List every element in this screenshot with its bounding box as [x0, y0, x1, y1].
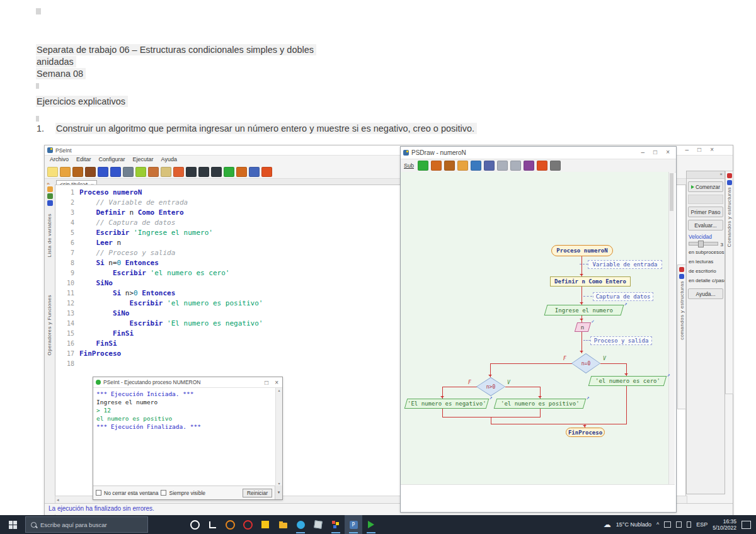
- flow-node-write-positivo[interactable]: 'el numero es positivo'↗: [494, 399, 587, 409]
- taskbar-icon-pseint[interactable]: P: [345, 515, 362, 534]
- taskbar-icon-edge[interactable]: [292, 515, 309, 534]
- exec-panel-close-icon[interactable]: ×: [719, 171, 723, 177]
- flow-node-comment-variable[interactable]: Variable de entrada: [588, 260, 662, 269]
- fit-view-icon[interactable]: [471, 161, 481, 171]
- redo-icon[interactable]: [110, 167, 121, 177]
- scroll-down-icon[interactable]: ▾: [278, 481, 280, 486]
- exec-option[interactable]: de escritorio: [689, 268, 724, 274]
- run-icon[interactable]: [418, 161, 428, 171]
- menu-item-ejecutar[interactable]: Ejecutar: [133, 156, 154, 164]
- taskbar-icon-pseint-console[interactable]: [362, 515, 380, 534]
- left-tab-operadores[interactable]: Operadores y Funciones: [47, 295, 52, 355]
- flow-node-if-positivo[interactable]: n>0: [476, 377, 505, 396]
- speed-slider[interactable]: [689, 242, 718, 246]
- exec-option[interactable]: en lecturas: [689, 259, 724, 264]
- keep-open-checkbox[interactable]: [96, 490, 101, 496]
- flow-titlebar[interactable]: PSDraw - numeroN – □ ×: [401, 147, 676, 159]
- slider-thumb[interactable]: [698, 241, 704, 247]
- action-center-icon[interactable]: [742, 521, 751, 529]
- taskbar-icon-task-view[interactable]: [203, 515, 221, 534]
- console-resize-corner[interactable]: ▾: [275, 486, 282, 499]
- draw-flowchart-icon[interactable]: [249, 167, 260, 177]
- undo-icon[interactable]: [98, 167, 108, 177]
- edit-cursor-icon[interactable]: [484, 161, 495, 171]
- save-file-icon[interactable]: [72, 167, 83, 177]
- taskbar-icon-3d-viewer[interactable]: [309, 515, 327, 534]
- dock-tab-comandos-estructuras[interactable]: comandos y estructuras: [677, 264, 686, 409]
- scroll-up-icon[interactable]: ▴: [278, 388, 280, 392]
- restart-button[interactable]: Reiniciar: [243, 489, 272, 497]
- cut-icon[interactable]: [123, 167, 134, 177]
- start-button[interactable]: [0, 515, 25, 534]
- language-indicator[interactable]: ESP: [696, 521, 707, 528]
- flow-node-comment-proceso[interactable]: Proceso y salida: [590, 336, 652, 345]
- tray-device-icon[interactable]: [664, 521, 671, 528]
- menu-item-archivo[interactable]: Archivo: [50, 156, 69, 164]
- flow-node-start[interactable]: Proceso numeroN: [551, 245, 613, 256]
- flow-node-read-n[interactable]: n✓: [575, 322, 591, 332]
- console-scrollbar[interactable]: ▴▾: [275, 388, 282, 486]
- left-tab-variables[interactable]: Lista de variables: [47, 213, 52, 257]
- console-close-button[interactable]: ×: [275, 379, 278, 386]
- save-as-icon[interactable]: [85, 167, 96, 177]
- always-visible-checkbox[interactable]: [161, 490, 166, 496]
- paste-icon[interactable]: [148, 167, 159, 177]
- menu-item-configurar[interactable]: Configurar: [99, 156, 125, 164]
- step-icon[interactable]: [431, 161, 442, 171]
- console-maximize-button[interactable]: □: [265, 379, 268, 386]
- flowchart-canvas[interactable]: Proceso numeroNVariable de entradaDefini…: [401, 172, 675, 484]
- close-tool-icon[interactable]: [550, 161, 561, 171]
- menu-item-editar[interactable]: Editar: [76, 156, 91, 164]
- new-file-icon[interactable]: [47, 167, 58, 177]
- sub-label[interactable]: Sub: [404, 162, 414, 169]
- first-step-button[interactable]: Primer Paso: [688, 207, 723, 217]
- paste-special-icon[interactable]: [161, 167, 171, 177]
- flow-node-if-zero[interactable]: n=0: [571, 353, 600, 373]
- stop-execution-button[interactable]: [688, 195, 723, 204]
- save-icon[interactable]: [444, 161, 455, 171]
- weather-text[interactable]: 15°C Nublado: [616, 521, 651, 528]
- flow-maximize-button[interactable]: □: [653, 149, 657, 156]
- tray-network-icon[interactable]: [676, 521, 682, 528]
- canvas-vertical-scrollbar[interactable]: [668, 172, 675, 484]
- edit-pencil-icon[interactable]: [524, 161, 534, 171]
- flow-node-write-cero[interactable]: 'el numero es cero'↗: [588, 376, 667, 386]
- flow-node-define[interactable]: Definir n Como Entero: [550, 276, 631, 287]
- flow-close-button[interactable]: ×: [666, 149, 670, 156]
- taskbar-icon-cortana[interactable]: [186, 515, 203, 534]
- flow-node-end[interactable]: FinProceso: [566, 428, 605, 437]
- flow-node-comment-captura[interactable]: Captura de datos: [593, 292, 653, 301]
- open-file-icon[interactable]: [60, 167, 71, 177]
- flow-node-write-prompt[interactable]: Ingrese el numero↗: [544, 305, 624, 315]
- edit-n-icon[interactable]: [497, 161, 508, 171]
- tray-pen-icon[interactable]: [687, 521, 691, 528]
- find-icon[interactable]: [186, 167, 197, 177]
- start-execution-button[interactable]: Comenzar: [688, 181, 723, 192]
- comment-icon[interactable]: [173, 167, 184, 177]
- console-titlebar[interactable]: PSeInt - Ejecutando proceso NUMERON □ ×: [93, 377, 282, 388]
- step-run-icon[interactable]: [236, 167, 247, 177]
- taskbar-icon-opera[interactable]: [239, 515, 256, 534]
- replace-icon[interactable]: [198, 167, 209, 177]
- taskbar-icon-file-explorer[interactable]: [274, 515, 292, 534]
- weather-cloud-icon[interactable]: ☁: [604, 520, 611, 529]
- evaluate-button[interactable]: Evaluar...: [688, 220, 723, 230]
- exec-option[interactable]: en subprocesos: [689, 249, 724, 255]
- exec-option[interactable]: en detalle c/paso: [689, 278, 724, 283]
- close-button[interactable]: ×: [710, 146, 714, 153]
- maximize-button[interactable]: □: [697, 146, 701, 153]
- menu-item-ayuda[interactable]: Ayuda: [161, 156, 177, 164]
- run-icon[interactable]: [224, 167, 234, 177]
- right-dock-tab-comandos[interactable]: Comandos y estructuras: [725, 171, 733, 394]
- copy-icon[interactable]: [135, 167, 146, 177]
- help-icon[interactable]: [537, 161, 547, 171]
- help-button[interactable]: Ayuda...: [688, 288, 723, 299]
- taskbar-search-input[interactable]: Escribe aquí para buscar: [25, 516, 148, 533]
- tray-chevron-icon[interactable]: ^: [656, 521, 659, 528]
- flow-minimize-button[interactable]: –: [641, 149, 645, 156]
- taskbar-clock[interactable]: 16:35 5/10/2022: [713, 518, 736, 531]
- taskbar-icon-search-app[interactable]: [221, 515, 239, 534]
- flow-node-write-negativo[interactable]: 'El numero es negativo'↗: [404, 399, 490, 409]
- zoom-icon[interactable]: [457, 161, 468, 171]
- edit-dots-icon[interactable]: [510, 161, 521, 171]
